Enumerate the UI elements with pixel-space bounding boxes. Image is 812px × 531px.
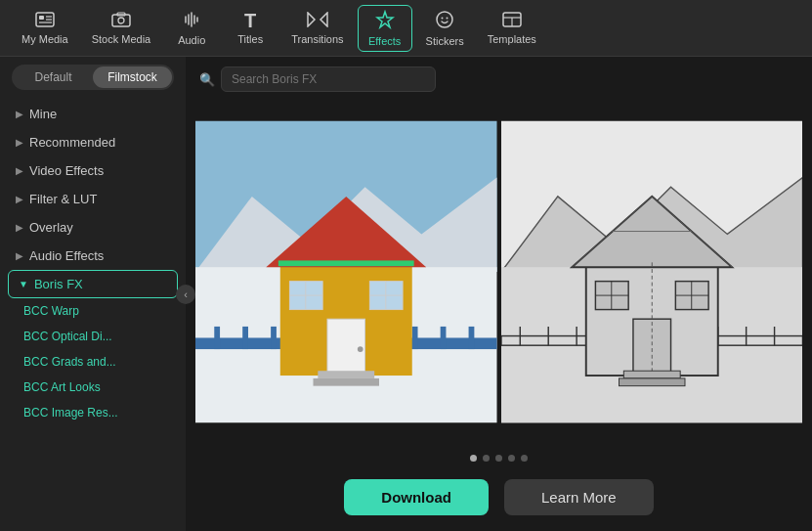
nav-item-stock-media[interactable]: Stock Media	[82, 8, 161, 49]
dot-5[interactable]	[521, 455, 528, 462]
svg-marker-10	[377, 12, 393, 27]
nav-item-my-media[interactable]: My Media	[12, 8, 78, 49]
nav-label-templates: Templates	[488, 33, 536, 45]
bottom-actions: Download Learn More	[186, 467, 812, 531]
sidebar-item-audio-effects[interactable]: ▶ Audio Effects	[0, 242, 186, 270]
audio-icon	[183, 11, 200, 31]
svg-rect-44	[278, 260, 414, 266]
dot-1[interactable]	[470, 455, 477, 462]
sidebar-subitem-bcc-optical[interactable]: BCC Optical Di...	[0, 324, 186, 349]
sidebar-subitem-bcc-art[interactable]: BCC Art Looks	[0, 375, 186, 400]
sidebar-item-overlay[interactable]: ▶ Overlay	[0, 213, 186, 242]
search-icon: 🔍	[199, 72, 215, 87]
filter-tab-default[interactable]: Default	[14, 66, 93, 88]
sidebar-item-recommended[interactable]: ▶ Recommended	[0, 128, 186, 156]
stock-media-icon	[111, 12, 131, 30]
svg-rect-43	[314, 377, 379, 385]
nav-item-stickers[interactable]: Stickers	[416, 6, 474, 51]
stickers-icon	[435, 10, 454, 32]
chevron-icon: ▶	[16, 109, 23, 119]
chevron-icon: ▶	[16, 250, 23, 261]
titles-icon: T	[244, 11, 256, 30]
nav-item-transitions[interactable]: Transitions	[281, 8, 353, 49]
nav-label-stickers: Stickers	[426, 35, 464, 47]
download-button[interactable]: Download	[344, 479, 489, 515]
svg-rect-64	[632, 319, 670, 376]
chevron-icon: ▶	[16, 137, 23, 148]
sidebar-subitem-bcc-grads[interactable]: BCC Grads and...	[0, 349, 186, 375]
top-navigation: My Media Stock Media Audio T Titles	[0, 0, 812, 57]
preview-area	[186, 98, 812, 445]
nav-label-my-media: My Media	[21, 33, 68, 45]
nav-label-audio: Audio	[178, 34, 205, 46]
dot-3[interactable]	[495, 455, 502, 462]
chevron-icon: ▶	[16, 165, 23, 176]
filter-tabs: Default Filmstock	[12, 65, 174, 90]
slide-indicators	[186, 445, 812, 467]
svg-point-35	[358, 346, 363, 352]
sidebar-item-video-effects[interactable]: ▶ Video Effects	[0, 156, 186, 185]
svg-marker-9	[321, 13, 327, 26]
templates-icon	[502, 12, 522, 30]
sidebar: Default Filmstock ▶ Mine ▶ Recommended ▶…	[0, 57, 186, 531]
sidebar-wrapper: Default Filmstock ▶ Mine ▶ Recommended ▶…	[0, 57, 186, 531]
learn-more-button[interactable]: Learn More	[504, 479, 654, 515]
svg-rect-28	[412, 326, 418, 348]
svg-point-13	[447, 17, 449, 19]
svg-point-12	[442, 17, 444, 19]
nav-label-transitions: Transitions	[291, 33, 343, 45]
svg-rect-23	[271, 326, 277, 348]
chevron-icon: ▶	[16, 194, 23, 204]
svg-rect-21	[214, 326, 220, 348]
svg-point-6	[118, 18, 124, 23]
chevron-down-icon: ▼	[19, 279, 28, 289]
svg-rect-29	[441, 326, 447, 348]
effects-icon	[375, 10, 395, 32]
svg-rect-73	[619, 377, 684, 385]
transitions-icon	[307, 12, 328, 30]
sidebar-item-boris-fx[interactable]: ▼ Boris FX	[8, 270, 178, 298]
content-search-bar: 🔍	[186, 57, 812, 98]
svg-rect-5	[112, 15, 130, 26]
svg-rect-72	[623, 371, 680, 378]
nav-item-audio[interactable]: Audio	[164, 7, 219, 50]
search-input[interactable]	[221, 66, 436, 92]
chevron-icon: ▶	[16, 222, 23, 233]
nav-label-titles: Titles	[237, 33, 263, 45]
my-media-icon	[35, 12, 55, 30]
svg-rect-22	[242, 326, 248, 348]
nav-item-effects[interactable]: Effects	[358, 5, 412, 52]
svg-rect-1	[39, 16, 44, 20]
preview-sketch-image	[501, 115, 803, 428]
nav-item-templates[interactable]: Templates	[478, 8, 546, 49]
svg-rect-42	[318, 371, 374, 378]
collapse-icon: ‹	[184, 288, 188, 300]
content-area: 🔍	[186, 57, 812, 531]
svg-marker-8	[308, 13, 315, 26]
svg-point-11	[437, 12, 452, 27]
nav-label-effects: Effects	[368, 35, 401, 47]
filter-tab-filmstock[interactable]: Filmstock	[93, 66, 172, 88]
main-area: Default Filmstock ▶ Mine ▶ Recommended ▶…	[0, 57, 812, 531]
svg-rect-30	[469, 326, 475, 348]
sidebar-subitem-bcc-warp[interactable]: BCC Warp	[0, 298, 186, 324]
nav-label-stock-media: Stock Media	[92, 33, 151, 45]
preview-color-image	[195, 115, 497, 428]
dot-4[interactable]	[508, 455, 515, 462]
dot-2[interactable]	[483, 455, 490, 462]
sidebar-collapse-button[interactable]: ‹	[176, 285, 195, 304]
sidebar-subitem-bcc-image[interactable]: BCC Image Res...	[0, 400, 186, 425]
sidebar-item-filter-lut[interactable]: ▶ Filter & LUT	[0, 185, 186, 213]
nav-item-titles[interactable]: T Titles	[223, 7, 278, 49]
sidebar-item-mine[interactable]: ▶ Mine	[0, 100, 186, 128]
